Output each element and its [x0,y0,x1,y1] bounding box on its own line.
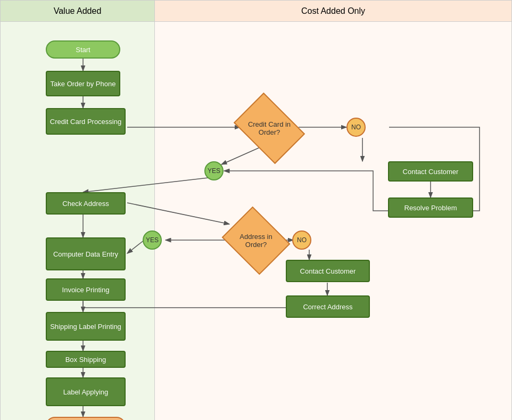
shipping-label-printing-node: Shipping Label Printing [46,312,126,341]
invoice-printing-node: Invoice Printing [46,278,126,301]
credit-card-processing-node: Credit Card Processing [46,108,126,135]
contact-customer-1-node: Contact Customer [388,161,473,182]
header-row: Value Added Cost Added Only [1,1,511,22]
yes2-circle: YES [143,230,162,250]
no2-circle: NO [292,230,311,250]
check-address-node: Check Address [46,192,126,215]
contact-customer-2-node: Contact Customer [286,260,370,282]
resolve-problem-node: Resolve Problem [388,197,473,218]
diagram-body: Start Take Order by Phone Credit Card Pr… [1,22,511,420]
correct-address-node: Correct Address [286,295,370,318]
end-node: End [46,417,126,420]
address-diamond: Address in Order? [229,219,283,262]
header-value-added: Value Added [1,1,155,21]
col-cost-added-bg [155,22,511,420]
credit-card-diamond: Credit Card in Order? [240,107,299,150]
yes1-circle: YES [204,161,224,180]
no1-circle: NO [346,118,366,137]
take-order-node: Take Order by Phone [46,71,120,96]
label-applying-node: Label Applying [46,377,126,406]
start-node: Start [46,40,120,59]
box-shipping-node: Box Shipping [46,351,126,368]
computer-data-entry-node: Computer Data Entry [46,237,126,270]
diagram-container: Value Added Cost Added Only [0,0,512,420]
header-cost-added: Cost Added Only [155,1,511,21]
